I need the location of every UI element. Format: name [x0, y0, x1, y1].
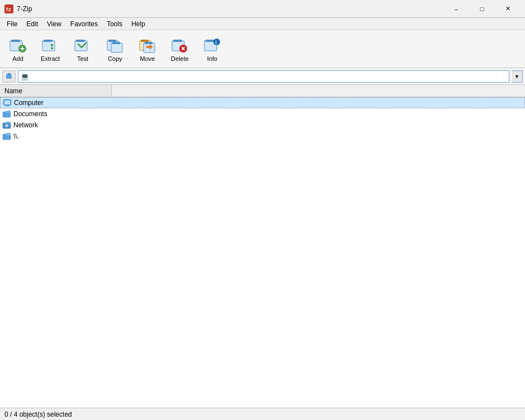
item-name: Computer — [14, 99, 44, 107]
toolbar: Add Extract Test — [0, 30, 525, 68]
move-button[interactable]: Move — [132, 33, 163, 65]
column-header: Name — [0, 85, 525, 97]
extract-button[interactable]: Extract — [35, 33, 66, 65]
svg-rect-16 — [112, 42, 120, 44]
svg-text:i: i — [216, 40, 217, 45]
close-button[interactable]: ✕ — [495, 1, 521, 17]
svg-rect-20 — [145, 42, 152, 44]
list-item[interactable]: Computer — [0, 97, 525, 108]
delete-label: Delete — [171, 55, 189, 62]
maximize-button[interactable]: □ — [469, 1, 495, 17]
svg-rect-3 — [11, 40, 20, 42]
item-name: Network — [13, 121, 38, 129]
move-icon — [139, 36, 156, 54]
documents-icon — [2, 109, 11, 118]
network-icon — [2, 121, 11, 130]
add-icon — [9, 36, 27, 54]
svg-rect-12 — [76, 40, 85, 42]
copy-button[interactable]: Copy — [99, 33, 131, 65]
menu-item-file[interactable]: File — [2, 19, 22, 29]
delete-button[interactable]: Delete — [164, 33, 195, 65]
unc-icon — [2, 132, 11, 141]
test-label: Test — [77, 55, 88, 62]
window-controls: – □ ✕ — [443, 1, 521, 17]
status-text: 0 / 4 object(s) selected — [4, 411, 72, 418]
add-button[interactable]: Add — [2, 33, 34, 65]
svg-rect-28 — [206, 40, 214, 42]
app-icon: 7z — [4, 4, 13, 13]
dropdown-arrow: ▼ — [514, 74, 519, 79]
up-button[interactable] — [2, 70, 16, 83]
svg-rect-10 — [51, 47, 53, 49]
status-bar: 0 / 4 object(s) selected — [0, 408, 525, 420]
title-bar: 7z 7-Zip – □ ✕ — [0, 0, 525, 18]
window-title: 7-Zip — [17, 5, 443, 13]
move-label: Move — [140, 55, 155, 62]
svg-text:7z: 7z — [6, 7, 11, 12]
computer-icon — [3, 98, 12, 107]
list-item[interactable]: \\. — [0, 131, 525, 142]
address-dropdown[interactable]: ▼ — [512, 70, 523, 83]
add-label: Add — [12, 55, 23, 62]
menu-item-help[interactable]: Help — [127, 19, 150, 29]
svg-rect-6 — [22, 46, 23, 50]
list-item[interactable]: Documents — [0, 108, 525, 120]
extract-icon — [41, 36, 59, 54]
info-label: Info — [207, 55, 217, 62]
svg-rect-8 — [44, 40, 52, 42]
svg-rect-14 — [108, 40, 116, 42]
list-item[interactable]: Network — [0, 120, 525, 131]
svg-rect-15 — [111, 43, 122, 52]
delete-icon — [171, 36, 189, 54]
svg-rect-7 — [42, 41, 55, 51]
info-icon: i — [203, 36, 221, 54]
copy-label: Copy — [108, 55, 122, 62]
item-name: \\. — [13, 132, 19, 140]
menu-item-favorites[interactable]: Favorites — [66, 19, 102, 29]
svg-rect-11 — [75, 41, 87, 51]
test-button[interactable]: Test — [67, 33, 98, 65]
extract-label: Extract — [41, 55, 60, 62]
menu-item-edit[interactable]: Edit — [22, 19, 42, 29]
item-name: Documents — [13, 110, 47, 118]
address-bar: ▼ — [0, 68, 525, 85]
minimize-button[interactable]: – — [443, 1, 469, 17]
svg-rect-36 — [4, 106, 10, 106]
svg-rect-23 — [173, 40, 182, 42]
test-icon — [74, 36, 92, 54]
svg-rect-18 — [141, 40, 149, 42]
file-list: Computer Documents — [0, 97, 525, 408]
copy-icon — [106, 36, 124, 54]
menu-item-tools[interactable]: Tools — [102, 19, 127, 29]
info-button[interactable]: i Info — [197, 33, 228, 65]
svg-rect-31 — [6, 74, 12, 79]
address-input[interactable] — [18, 70, 509, 83]
svg-rect-34 — [4, 101, 10, 104]
main-area: Name Computer Docu — [0, 85, 525, 408]
svg-rect-32 — [7, 73, 11, 75]
menu-item-view[interactable]: View — [42, 19, 66, 29]
name-column-header[interactable]: Name — [0, 85, 112, 97]
menu-bar: FileEditViewFavoritesToolsHelp — [0, 18, 525, 30]
